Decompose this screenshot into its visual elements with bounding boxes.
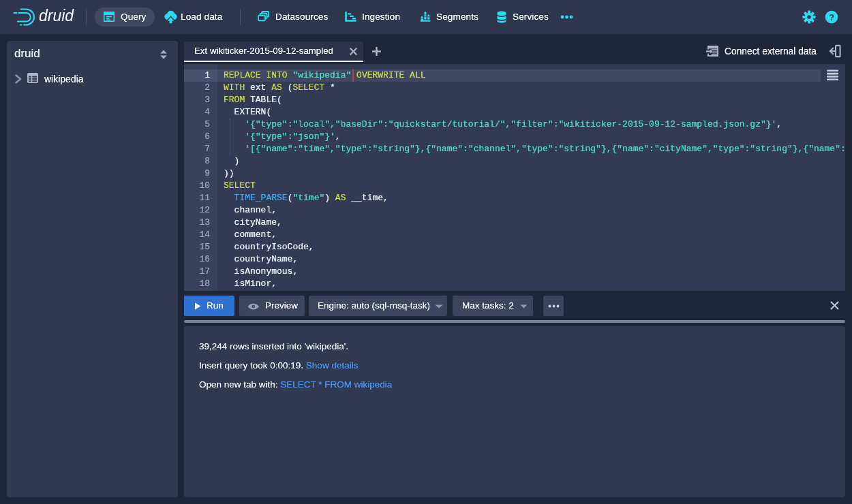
svg-text:?: ? [829,12,834,22]
